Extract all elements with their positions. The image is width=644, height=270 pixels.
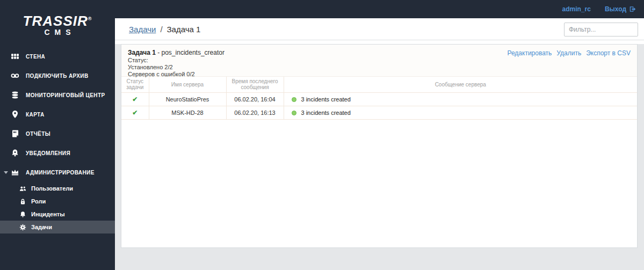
monitoring-icon [11,91,19,99]
sidebar-item-label: УВЕДОМЛЕНИЯ [26,150,70,156]
logout-label: Выход [605,5,626,13]
current-user-link[interactable]: admin_rc [562,5,591,13]
app-window: admin_rc Выход TRASSIR® CMS [0,0,644,270]
wall-icon [11,52,19,61]
table-row[interactable]: ✔ MSK-HD-28 06.02.20, 16:13 3 incidents … [121,106,637,119]
success-check-icon: ✔ [132,109,138,116]
notification-bell-icon [11,149,19,157]
task-card: Задача 1 - pos_incidents_creator Статус:… [121,44,638,248]
content-header: Задачи / Задача 1 [115,18,644,44]
servers-table-wrap: Статус задачи Имя сервера Время последне… [121,77,637,120]
task-status-label: Статус: [128,57,631,64]
logo-brand: TRASSIR® [0,12,115,28]
last-message-time-cell: 06.02.20, 16:13 [226,106,284,119]
top-bar-right: admin_rc Выход [562,0,636,18]
sidebar-item-administration[interactable]: АДМИНИСТРИРОВАНИЕ [0,163,115,182]
lock-icon [19,198,26,205]
task-actions: Редактировать Удалить Экспорт в CSV [507,49,631,57]
bell-icon [19,211,26,218]
trassir-logo: TRASSIR® CMS [0,0,115,47]
server-message-cell: 3 incidents created [284,92,637,106]
sidebar-item-map[interactable]: КАРТА [0,105,115,124]
sidebar-subitem-label: Задачи [31,224,52,230]
sidebar-item-label: СТЕНА [26,54,45,60]
export-csv-link[interactable]: Экспорт в CSV [586,49,631,57]
sidebar-item-reports[interactable]: ОТЧЁТЫ [0,124,115,143]
sidebar-item-monitoring-center[interactable]: МОНИТОРИНГОВЫЙ ЦЕНТР [0,85,115,105]
sidebar-subitem-incidents[interactable]: Инциденты [0,208,115,221]
map-pin-icon [11,110,19,119]
sidebar-subitem-roles[interactable]: Роли [0,195,115,208]
task-title: Задача 1 [128,49,156,56]
breadcrumb-current: Задача 1 [167,25,201,34]
sidebar-item-wall[interactable]: СТЕНА [0,47,115,66]
logout-button[interactable]: Выход [605,5,636,13]
admin-crown-icon [11,168,19,177]
filter-input[interactable] [564,23,638,37]
sidebar-subitem-label: Роли [31,198,46,205]
col-header-server-name: Имя сервера [149,77,226,92]
sidebar-item-label: ОТЧЁТЫ [26,131,50,137]
col-header-task-status: Статус задачи [121,77,149,92]
sidebar-item-label: КАРТА [26,112,45,118]
registered-mark: ® [88,16,92,21]
breadcrumb-separator: / [160,25,162,34]
success-check-icon: ✔ [132,96,138,103]
server-message-cell: 3 incidents created [284,106,637,119]
last-message-time-cell: 06.02.20, 16:04 [226,92,284,106]
logout-icon [629,5,636,13]
sidebar-item-label: ПОДКЛЮЧИТЬ АРХИВ [26,73,89,79]
report-icon [11,129,19,138]
chevron-down-icon [4,171,8,174]
servers-table: Статус задачи Имя сервера Время последне… [121,77,637,119]
task-installed-count: Установлено 2/2 [128,64,631,71]
sidebar-item-connect-archive[interactable]: ПОДКЛЮЧИТЬ АРХИВ [0,66,115,85]
status-dot-icon [292,111,296,115]
server-name-cell: MSK-HD-28 [149,106,226,119]
task-error-count: Серверов с ошибкой 0/2 [128,71,631,78]
main-content: Задачи / Задача 1 Задача 1 - pos_inciden… [115,18,644,270]
delete-task-link[interactable]: Удалить [556,49,581,57]
logo-product: CMS [0,28,115,37]
col-header-last-message-time: Время последнего сообщения [226,77,284,92]
table-row[interactable]: ✔ NeuroStatioPres 06.02.20, 16:04 3 inci… [121,92,637,106]
col-header-server-message: Сообщение сервера [284,77,637,92]
edit-task-link[interactable]: Редактировать [507,49,552,57]
sidebar-subitem-users[interactable]: Пользователи [0,182,115,195]
sidebar-item-notifications[interactable]: УВЕДОМЛЕНИЯ [0,143,115,163]
header-divider [115,40,644,40]
task-subtitle: - pos_incidents_creator [157,49,225,56]
sidebar-subitem-label: Пользователи [31,185,73,192]
table-header-row: Статус задачи Имя сервера Время последне… [121,77,637,92]
breadcrumb: Задачи / Задача 1 [129,25,200,34]
server-name-cell: NeuroStatioPres [149,92,226,106]
breadcrumb-tasks-link[interactable]: Задачи [129,25,156,34]
sidebar-item-label: МОНИТОРИНГОВЫЙ ЦЕНТР [26,92,105,98]
users-icon [19,185,26,192]
gear-icon [19,224,26,231]
sidebar-item-label: АДМИНИСТРИРОВАНИЕ [26,170,95,176]
sidebar: TRASSIR® CMS СТЕНА ПОДКЛЮЧИТЬ АРХИВ [0,0,115,270]
status-dot-icon [292,97,296,102]
archive-icon [11,71,19,80]
sidebar-subitem-tasks[interactable]: Задачи [0,221,115,233]
sidebar-subitem-label: Инциденты [31,211,65,217]
task-card-header: Задача 1 - pos_incidents_creator Статус:… [121,45,637,77]
